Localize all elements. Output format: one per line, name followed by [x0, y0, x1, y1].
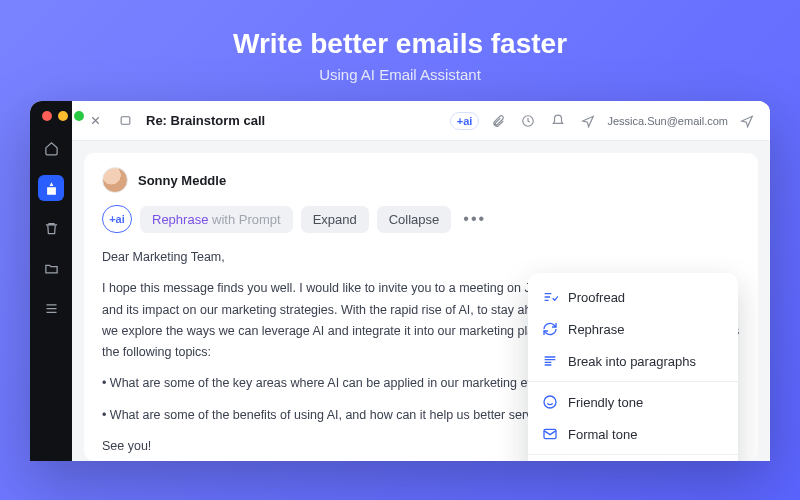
menu-divider: [528, 381, 738, 382]
account-email[interactable]: Jessica.Sun@email.com: [607, 115, 728, 127]
sidebar-menu[interactable]: [38, 295, 64, 321]
app-window: Re: Brainstorm call +ai Jessica.Sun@emai…: [30, 101, 770, 461]
avatar: [102, 167, 128, 193]
window-controls: [42, 111, 84, 121]
close-icon[interactable]: [42, 111, 52, 121]
svg-rect-0: [121, 117, 130, 125]
clock-icon[interactable]: [517, 110, 539, 132]
maximize-icon[interactable]: [74, 111, 84, 121]
menu-proofread[interactable]: Proofread: [528, 281, 738, 313]
menu-break-paragraphs[interactable]: Break into paragraphs: [528, 345, 738, 377]
proofread-icon: [542, 289, 558, 305]
chip-label-2: with Prompt: [208, 212, 280, 227]
hero-title: Write better emails faster: [233, 28, 567, 60]
ai-toolbar: +ai Rephrase with Prompt Expand Collapse…: [102, 205, 740, 233]
menu-friendly-tone[interactable]: Friendly tone: [528, 386, 738, 418]
ai-pill[interactable]: +ai: [450, 112, 480, 130]
rephrase-icon: [542, 321, 558, 337]
paragraphs-icon: [542, 353, 558, 369]
sidebar-home[interactable]: [38, 135, 64, 161]
send-later-icon[interactable]: [577, 110, 599, 132]
menu-divider: [528, 454, 738, 455]
menu-label: Formal tone: [568, 427, 637, 442]
rephrase-with-prompt-button[interactable]: Rephrase with Prompt: [140, 206, 293, 233]
sidebar: [30, 101, 72, 461]
more-button[interactable]: •••: [459, 210, 490, 228]
body-greeting: Dear Marketing Team,: [102, 247, 740, 268]
attachment-icon[interactable]: [487, 110, 509, 132]
menu-label: Rephrase: [568, 322, 624, 337]
hero-subtitle: Using AI Email Assistant: [319, 66, 481, 83]
expand-button[interactable]: Expand: [301, 206, 369, 233]
sender-row: Sonny Meddle: [102, 167, 740, 193]
archive-button[interactable]: [114, 110, 136, 132]
menu-rephrase[interactable]: Rephrase: [528, 313, 738, 345]
ai-badge[interactable]: +ai: [102, 205, 132, 233]
menu-settings[interactable]: Settings: [528, 459, 738, 461]
menu-label: Break into paragraphs: [568, 354, 696, 369]
sidebar-trash[interactable]: [38, 215, 64, 241]
send-icon[interactable]: [736, 110, 758, 132]
close-compose-button[interactable]: [84, 110, 106, 132]
sidebar-folder[interactable]: [38, 255, 64, 281]
minimize-icon[interactable]: [58, 111, 68, 121]
email-subject: Re: Brainstorm call: [146, 113, 265, 128]
compose-card: Sonny Meddle +ai Rephrase with Prompt Ex…: [84, 153, 758, 461]
smile-icon: [542, 394, 558, 410]
envelope-icon: [542, 426, 558, 442]
menu-formal-tone[interactable]: Formal tone: [528, 418, 738, 450]
topbar: Re: Brainstorm call +ai Jessica.Sun@emai…: [72, 101, 770, 141]
ai-dropdown-menu: Proofread Rephrase Break into paragraphs…: [528, 273, 738, 461]
collapse-button[interactable]: Collapse: [377, 206, 452, 233]
main-pane: Re: Brainstorm call +ai Jessica.Sun@emai…: [72, 101, 770, 461]
sender-name: Sonny Meddle: [138, 173, 226, 188]
chip-label-1: Rephrase: [152, 212, 208, 227]
sidebar-compose[interactable]: [38, 175, 64, 201]
menu-label: Proofread: [568, 290, 625, 305]
bell-icon[interactable]: [547, 110, 569, 132]
menu-label: Friendly tone: [568, 395, 643, 410]
svg-point-2: [544, 396, 556, 408]
